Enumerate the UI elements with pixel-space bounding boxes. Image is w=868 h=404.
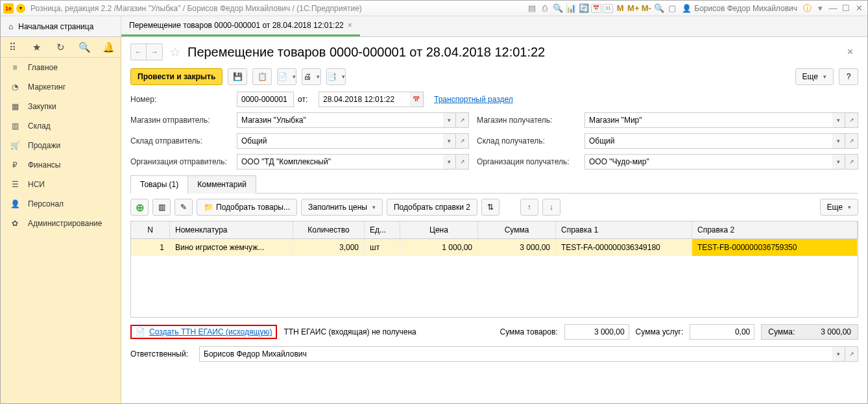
open-button[interactable]: ↗ (845, 112, 858, 128)
col-quantity[interactable]: Количество (293, 221, 365, 238)
nav-back-button[interactable]: ← (131, 44, 147, 60)
doc-tab[interactable]: Перемещение товаров 0000-000001 от 28.04… (121, 16, 360, 36)
favorite-star-icon[interactable]: ☆ (169, 44, 181, 60)
dropdown-button[interactable]: ▾ (832, 133, 845, 149)
sidebar-item-admin[interactable]: ✿Администрирование (1, 214, 121, 233)
app-menu-dropdown[interactable]: ▾ (16, 4, 25, 13)
col-ref1[interactable]: Справка 1 (556, 221, 692, 238)
move-down-button[interactable]: ↓ (542, 199, 561, 216)
col-nomenclature[interactable]: Номенклатура (170, 221, 293, 238)
cell-ref1: TEST-FA-000000036349180 (556, 239, 692, 256)
search-icon[interactable]: 🔍 (78, 41, 91, 54)
info-icon[interactable]: ⓘ (801, 3, 813, 14)
create-egais-link[interactable]: Создать ТТН ЕГАИС (исходящую) (149, 327, 272, 336)
tool-icon-1[interactable]: ▤ (526, 3, 538, 14)
document-title: Перемещение товаров 0000-000001 от 28.04… (187, 45, 545, 60)
sidebar-item-warehouse[interactable]: ▥Склад (1, 116, 121, 136)
bell-icon[interactable]: 🔔 (102, 41, 115, 54)
maximize-icon[interactable]: ☐ (840, 3, 852, 14)
minimize-icon[interactable]: — (827, 3, 839, 14)
dropdown-button[interactable]: ▾ (832, 346, 845, 362)
open-button[interactable]: ↗ (845, 133, 858, 149)
tab-goods[interactable]: Товары (1) (130, 175, 188, 194)
col-n[interactable]: N (131, 221, 170, 238)
zoom-icon[interactable]: 🔍 (653, 3, 665, 14)
post-and-close-button[interactable]: Провести и закрыть (130, 68, 223, 85)
pick-ref-button[interactable]: Подобрать справки 2 (387, 199, 477, 216)
date-picker-button[interactable]: 📅 (409, 92, 424, 107)
sidebar-item-main[interactable]: ≡Главное (1, 58, 121, 77)
col-ref2[interactable]: Справка 2 (692, 221, 858, 238)
close-document-icon[interactable]: × (847, 46, 858, 58)
nav-forward-button[interactable]: → (147, 44, 162, 60)
star-icon[interactable]: ★ (30, 41, 43, 54)
create-based-button[interactable]: 📄 (277, 68, 296, 85)
m-button[interactable]: M (614, 3, 626, 14)
fill-prices-button[interactable]: Заполнить цены (301, 199, 383, 216)
toggle-button[interactable]: ⇅ (481, 199, 500, 216)
tool-icon-2[interactable]: 🔍 (552, 3, 564, 14)
pick-goods-button[interactable]: 📁 Подобрать товары... (197, 199, 297, 216)
close-window-icon[interactable]: ✕ (853, 3, 865, 14)
dropdown-button[interactable]: ▾ (443, 133, 456, 149)
print-menu-button[interactable]: 🖨 (302, 68, 321, 85)
dropdown-button[interactable]: ▾ (443, 112, 456, 128)
open-button[interactable]: ↗ (845, 346, 858, 362)
dropdown-button[interactable]: ▾ (832, 112, 845, 128)
grid-more-button[interactable]: Еще (820, 199, 858, 216)
transport-link[interactable]: Транспортный раздел (434, 95, 513, 104)
wh-from-input[interactable] (237, 133, 443, 149)
apps-icon[interactable]: ⠿ (6, 41, 19, 54)
sidebar-item-label: Закупки (28, 102, 56, 111)
org-to-input[interactable] (585, 154, 832, 170)
box-icon[interactable]: ▢ (666, 3, 678, 14)
close-tab-icon[interactable]: × (348, 21, 352, 30)
calendar-31-icon[interactable]: 31 (603, 4, 613, 13)
responsible-input[interactable] (199, 346, 832, 362)
save-button[interactable]: 💾 (228, 68, 247, 85)
barcode-button[interactable]: ▥ (152, 199, 171, 216)
col-price[interactable]: Цена (400, 221, 478, 238)
open-button[interactable]: ↗ (456, 154, 469, 170)
store-from-input[interactable] (237, 112, 443, 128)
open-button[interactable]: ↗ (456, 112, 469, 128)
reports-button[interactable]: 📑 (326, 68, 346, 85)
org-from-input[interactable] (237, 154, 443, 170)
sum-serv-label: Сумма услуг: (636, 327, 684, 336)
sidebar-item-marketing[interactable]: ◔Маркетинг (1, 77, 121, 97)
refresh-icon[interactable]: 🔄 (578, 3, 590, 14)
number-input[interactable] (237, 92, 294, 107)
chevron-down-icon[interactable]: ▾ (814, 3, 826, 14)
sidebar-item-label: Склад (28, 121, 51, 131)
user-label[interactable]: 👤 Борисов Федор Михайлович (682, 4, 797, 13)
sidebar-item-sales[interactable]: 🛒Продажи (1, 136, 121, 155)
m-minus-button[interactable]: M- (640, 3, 652, 14)
move-up-button[interactable]: ↑ (520, 199, 538, 216)
home-tab[interactable]: ⌂ Начальная страница (1, 16, 121, 36)
table-row[interactable]: 1 Вино игристое жемчуж... 3,000 шт 1 000… (131, 239, 858, 256)
sidebar-item-nsi[interactable]: ☰НСИ (1, 175, 121, 194)
post-button[interactable]: 📋 (252, 68, 272, 85)
date-input[interactable] (319, 92, 409, 107)
store-to-input[interactable] (585, 112, 832, 128)
wh-to-input[interactable] (585, 133, 832, 149)
open-button[interactable]: ↗ (845, 154, 858, 170)
tab-comment[interactable]: Комментарий (187, 175, 256, 194)
sidebar-item-purchases[interactable]: ▦Закупки (1, 97, 121, 116)
history-icon[interactable]: ↻ (54, 41, 67, 54)
m-plus-button[interactable]: M+ (627, 3, 639, 14)
add-row-button[interactable]: ⊕ (130, 199, 149, 216)
dropdown-button[interactable]: ▾ (443, 154, 456, 170)
col-sum[interactable]: Сумма (478, 221, 556, 238)
calc-icon[interactable]: 📊 (565, 3, 577, 14)
edit-row-button[interactable]: ✎ (175, 199, 193, 216)
calendar-icon[interactable]: 📅 (591, 4, 601, 13)
print-icon[interactable]: ⎙ (539, 3, 551, 14)
more-button[interactable]: Еще (795, 68, 834, 85)
col-unit[interactable]: Ед... (365, 221, 400, 238)
open-button[interactable]: ↗ (456, 133, 469, 149)
sidebar-item-finance[interactable]: ₽Финансы (1, 155, 121, 175)
help-button[interactable]: ? (839, 68, 858, 85)
dropdown-button[interactable]: ▾ (832, 154, 845, 170)
sidebar-item-personnel[interactable]: 👤Персонал (1, 194, 121, 214)
